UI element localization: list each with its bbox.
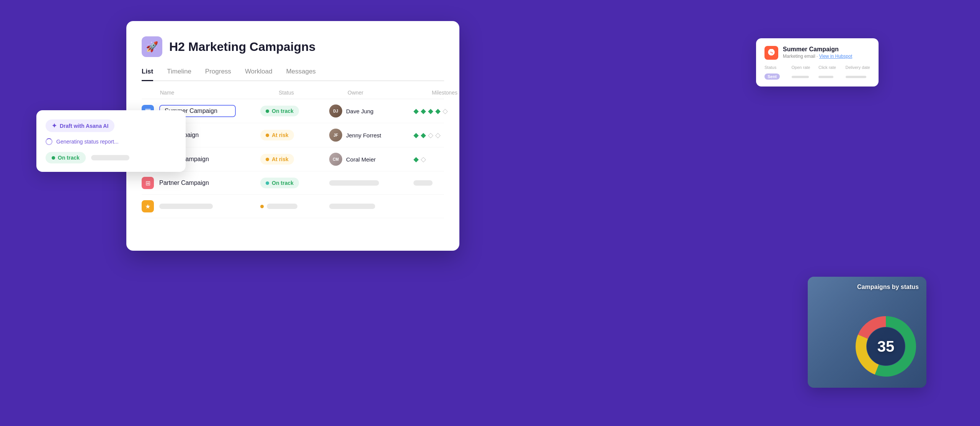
col-name: Name (160, 90, 279, 96)
status-label-launch: At risk (272, 156, 289, 162)
avatar-jenny: JF (329, 129, 342, 142)
owner-cell-summer: DJ Dave Jung (329, 104, 413, 118)
col-status: Status (279, 90, 348, 96)
project-icon: 🚀 (142, 36, 162, 57)
hs-col-click: Click rate (818, 65, 843, 70)
hs-header: Summer Campaign Marketing email · View i… (764, 46, 870, 60)
hs-status-value: Sent (764, 73, 789, 80)
col-owner: Owner (348, 90, 432, 96)
hubspot-logo (764, 46, 778, 60)
fall-m1: ◆ (413, 131, 419, 139)
status-dot-summer (266, 109, 269, 113)
hs-delivery-bar (846, 76, 867, 78)
hs-title-area: Summer Campaign Marketing email · View i… (783, 46, 852, 59)
hubspot-popup: Summer Campaign Marketing email · View i… (756, 38, 879, 87)
tab-list[interactable]: List (142, 68, 153, 81)
milestones-fall: ◆ ◆ ◇ ◇ (413, 131, 459, 139)
hs-click-rate-bar (818, 76, 833, 78)
row-icon-row5: ★ (142, 200, 154, 212)
status-dot-partner (266, 181, 269, 185)
header-row: 🚀 H2 Marketing Campaigns (142, 36, 444, 57)
fall-m3: ◇ (428, 131, 433, 139)
tab-workload[interactable]: Workload (245, 68, 273, 81)
owner-name-fall: Jenny Forrest (346, 132, 381, 139)
hs-view-link[interactable]: View in Hubspot (819, 54, 853, 59)
table-row: Fall Campaign At risk JF Jenny Forrest ◆… (142, 123, 444, 147)
fall-m4: ◇ (435, 131, 441, 139)
launch-m1: ◆ (413, 155, 419, 163)
project-title: H2 Marketing Campaigns (169, 40, 315, 54)
owner-placeholder-row5 (329, 204, 375, 209)
name-cell-row5: ★ (142, 200, 260, 212)
status-badge-launch: At risk (260, 154, 294, 165)
donut-chart-title: Campaigns by status (857, 284, 919, 291)
status-label-partner: On track (272, 180, 294, 186)
tab-timeline[interactable]: Timeline (167, 68, 191, 81)
ai-generating-row: Generating status report... (46, 138, 176, 145)
avatar-coral: CM (329, 153, 342, 166)
milestones-summer: ◆ ◆ ◆ ◆ ◇ (413, 107, 459, 115)
tab-messages[interactable]: Messages (286, 68, 315, 81)
hs-separator: · (817, 54, 819, 59)
milestone-5: ◇ (443, 107, 448, 115)
milestone-4: ◆ (435, 107, 441, 115)
hs-sent-badge: Sent (764, 73, 780, 80)
milestone-3: ◆ (428, 107, 433, 115)
donut-center-value: 35 (877, 338, 895, 355)
status-cell-summer[interactable]: On track (260, 106, 329, 116)
hs-subtitle: Marketing email · View in Hubspot (783, 54, 852, 59)
owner-name-launch: Coral Meier (346, 156, 376, 163)
ai-status-row: On track (46, 152, 176, 163)
hs-col-status: Status (764, 65, 789, 70)
row-icon-partner: ⊞ (142, 177, 154, 189)
hs-open-rate-bar (792, 76, 809, 78)
ai-draft-label: Draft with Asana AI (60, 123, 108, 129)
tab-progress[interactable]: Progress (205, 68, 231, 81)
status-dot-launch (266, 158, 269, 161)
owner-cell-launch: CM Coral Meier (329, 153, 413, 166)
milestone-1: ◆ (413, 107, 419, 115)
col-milestones: Milestones (432, 90, 459, 96)
table-row: ▦ On track DJ Dave Jung ◆ ◆ ◆ ◆ ◇ (142, 99, 444, 123)
hs-title: Summer Campaign (783, 46, 852, 53)
hs-subtitle-text: Marketing email (783, 54, 815, 59)
table-row: ⊞ Partner Campaign On track (142, 171, 444, 195)
ai-panel: ✦ Draft with Asana AI Generating status … (36, 110, 186, 172)
status-dot-row5 (260, 205, 264, 208)
name-placeholder-row5 (159, 204, 213, 209)
ai-sparkle-icon: ✦ (52, 122, 57, 129)
owner-placeholder-partner (329, 180, 379, 186)
status-label-summer: On track (272, 108, 294, 114)
status-badge-summer: On track (260, 106, 299, 116)
hs-columns: Status Open rate Click rate Delivery dat… (764, 65, 870, 70)
avatar-dave: DJ (329, 104, 342, 118)
table-row: ★ (142, 195, 444, 218)
loading-spinner (46, 138, 52, 145)
donut-chart-panel: Campaigns by status 35 (808, 277, 926, 388)
owner-cell-partner (329, 180, 413, 186)
ai-on-track-label: On track (58, 155, 80, 161)
status-cell-fall[interactable]: At risk (260, 130, 329, 140)
status-label-fall: At risk (272, 132, 289, 138)
partner-campaign-name: Partner Campaign (159, 180, 209, 186)
owner-cell-row5 (329, 204, 413, 209)
milestone-2: ◆ (421, 107, 426, 115)
status-cell-launch[interactable]: At risk (260, 154, 329, 165)
status-cell-partner[interactable]: On track (260, 178, 329, 188)
fall-m2: ◆ (421, 131, 426, 139)
milestones-launch: ◆ ◇ (413, 155, 459, 163)
name-cell-partner: ⊞ Partner Campaign (142, 177, 260, 189)
status-cell-row5 (260, 204, 329, 209)
owner-cell-fall: JF Jenny Forrest (329, 129, 413, 142)
status-badge-fall: At risk (260, 130, 294, 140)
ai-status-dot (52, 156, 55, 160)
launch-m2: ◇ (421, 155, 426, 163)
status-badge-partner: On track (260, 178, 299, 188)
owner-name-summer: Dave Jung (346, 108, 374, 114)
ai-on-track-badge: On track (46, 152, 86, 163)
status-dot-fall (266, 134, 269, 137)
donut-chart: 35 (851, 312, 920, 381)
tab-bar: List Timeline Progress Workload Messages (142, 68, 444, 81)
draft-with-asana-ai-button[interactable]: ✦ Draft with Asana AI (46, 119, 114, 132)
table-row: Launch Campaign At risk CM Coral Meier ◆… (142, 147, 444, 171)
